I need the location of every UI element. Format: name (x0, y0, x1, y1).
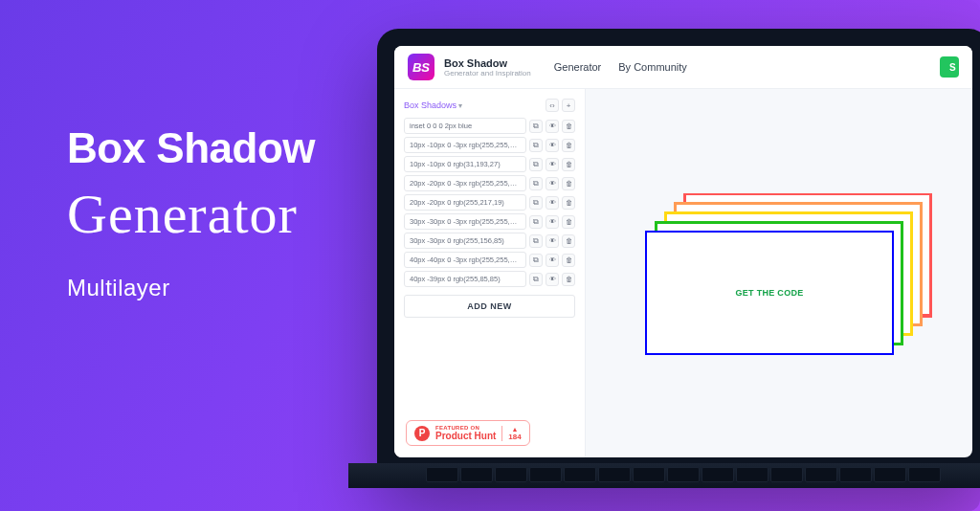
nav-generator[interactable]: Generator (554, 61, 602, 73)
brand-title: Box Shadow (444, 57, 531, 69)
preview-area: GET THE CODE (586, 89, 972, 457)
shadow-row: 10px -10px 0 rgb(31,193,27)⧉👁🗑 (404, 156, 575, 172)
shadow-row: 30px -30px 0 rgb(255,156,85)⧉👁🗑 (404, 233, 575, 249)
eye-icon[interactable]: 👁 (546, 254, 559, 267)
copy-icon[interactable]: ⧉ (529, 158, 543, 171)
eye-icon[interactable]: 👁 (546, 120, 559, 133)
upvote-icon: ▲ (512, 426, 519, 433)
laptop-base (348, 463, 980, 488)
hero-script: Generator (67, 182, 315, 246)
shadow-row: 20px -20px 0 rgb(255,217,19)⧉👁🗑 (404, 194, 575, 211)
add-shadow-button[interactable]: + (562, 99, 575, 112)
shadow-row: 30px -30px 0 -3px rgb(255,255,255)⧉👁🗑 (404, 213, 575, 230)
copy-icon[interactable]: ⧉ (529, 234, 543, 248)
product-hunt-text: FEATURED ON Product Hunt (435, 425, 496, 441)
sidebar-nav-buttons: ‹› + (546, 99, 575, 112)
laptop-frame: BS Box Shadow Generator and Inspiration … (377, 29, 980, 488)
trash-icon[interactable]: 🗑 (562, 254, 575, 267)
hero-text: Box Shadow Generator Multilayer (67, 124, 315, 301)
shadow-value-input[interactable]: 20px -20px 0 rgb(255,217,19) (404, 194, 526, 211)
copy-icon[interactable]: ⧉ (529, 120, 543, 133)
ph-name: Product Hunt (435, 431, 496, 441)
trash-icon[interactable]: 🗑 (562, 196, 575, 210)
add-new-button[interactable]: ADD NEW (404, 295, 575, 318)
copy-icon[interactable]: ⧉ (529, 139, 543, 152)
shadow-row: inset 0 0 0 2px blue⧉👁🗑 (404, 118, 575, 134)
preview-card: GET THE CODE (645, 231, 894, 355)
product-hunt-badge[interactable]: P FEATURED ON Product Hunt ▲ 184 (406, 420, 530, 446)
chevron-right-icon: › (552, 101, 555, 110)
eye-icon[interactable]: 👁 (546, 234, 559, 248)
eye-icon[interactable]: 👁 (546, 273, 559, 286)
nav-links: Generator By Community (554, 61, 687, 73)
ph-vote: ▲ 184 (501, 426, 521, 441)
copy-icon[interactable]: ⧉ (529, 177, 543, 190)
trash-icon[interactable]: 🗑 (562, 139, 575, 152)
shadow-row: 10px -10px 0 -3px rgb(255,255,255)⧉👁🗑 (404, 137, 575, 153)
shadow-value-input[interactable]: 30px -30px 0 rgb(255,156,85) (404, 233, 526, 249)
product-hunt-icon: P (414, 426, 430, 441)
trash-icon[interactable]: 🗑 (562, 215, 575, 229)
keyboard (348, 463, 980, 488)
shadow-row: 20px -20px 0 -3px rgb(255,255,255)⧉👁🗑 (404, 175, 575, 191)
copy-icon[interactable]: ⧉ (529, 196, 543, 210)
hero-title: Box Shadow (67, 124, 315, 172)
trash-icon[interactable]: 🗑 (562, 158, 575, 171)
content-area: Box Shadows ‹› + inset 0 0 0 2px blue⧉👁🗑… (394, 89, 972, 457)
eye-icon[interactable]: 👁 (546, 177, 559, 190)
pager-button[interactable]: ‹› (546, 99, 559, 112)
shadow-row: 40px -39px 0 rgb(255,85,85)⧉👁🗑 (404, 271, 575, 287)
eye-icon[interactable]: 👁 (546, 158, 559, 171)
sidebar-header: Box Shadows ‹› + (404, 99, 575, 112)
shadow-value-input[interactable]: 40px -40px 0 -3px rgb(255,255,255) (404, 252, 526, 268)
trash-icon[interactable]: 🗑 (562, 120, 575, 133)
brand-subtitle: Generator and Inspiration (444, 69, 531, 78)
sidebar: Box Shadows ‹› + inset 0 0 0 2px blue⧉👁🗑… (394, 89, 586, 457)
shadow-value-input[interactable]: 40px -39px 0 rgb(255,85,85) (404, 271, 526, 287)
brand-text: Box Shadow Generator and Inspiration (444, 57, 531, 78)
shadow-list: inset 0 0 0 2px blue⧉👁🗑10px -10px 0 -3px… (404, 118, 575, 287)
trash-icon[interactable]: 🗑 (562, 177, 575, 190)
nav-community[interactable]: By Community (618, 61, 687, 73)
shadow-value-input[interactable]: 20px -20px 0 -3px rgb(255,255,255) (404, 175, 526, 191)
share-button[interactable]: S (940, 56, 959, 78)
trash-icon[interactable]: 🗑 (562, 273, 575, 286)
hero-subtitle: Multilayer (67, 275, 315, 301)
copy-icon[interactable]: ⧉ (529, 254, 543, 267)
copy-icon[interactable]: ⧉ (529, 273, 543, 286)
shadow-row: 40px -40px 0 -3px rgb(255,255,255)⧉👁🗑 (404, 252, 575, 268)
app-logo: BS (408, 54, 434, 80)
shadow-value-input[interactable]: 10px -10px 0 -3px rgb(255,255,255) (404, 137, 526, 153)
sidebar-dropdown[interactable]: Box Shadows (404, 100, 462, 110)
shadow-value-input[interactable]: 10px -10px 0 rgb(31,193,27) (404, 156, 526, 172)
get-code-button[interactable]: GET THE CODE (735, 288, 803, 298)
shadow-value-input[interactable]: 30px -30px 0 -3px rgb(255,255,255) (404, 213, 526, 230)
copy-icon[interactable]: ⧉ (529, 215, 543, 229)
eye-icon[interactable]: 👁 (546, 139, 559, 152)
eye-icon[interactable]: 👁 (546, 196, 559, 210)
shadow-value-input[interactable]: inset 0 0 0 2px blue (404, 118, 526, 134)
topbar: BS Box Shadow Generator and Inspiration … (394, 46, 972, 89)
trash-icon[interactable]: 🗑 (562, 234, 575, 248)
eye-icon[interactable]: 👁 (546, 215, 559, 229)
app-screen: BS Box Shadow Generator and Inspiration … (394, 46, 972, 457)
ph-vote-count: 184 (508, 433, 521, 441)
